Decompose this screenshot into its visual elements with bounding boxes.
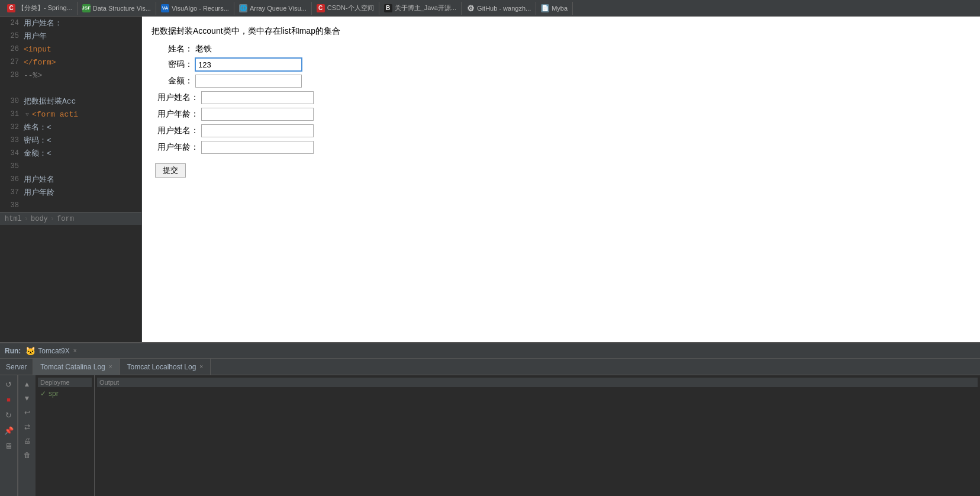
loop-back-icon[interactable]: ↩ [21, 406, 34, 419]
localhost-tab-label: Tomcat Localhost Log [127, 363, 196, 371]
tab-icon-csdn: C [317, 4, 325, 12]
line-number-25: 25 [2, 32, 19, 40]
browser-tab-ds[interactable]: JSF Data Structure Vis... [78, 2, 156, 15]
tab-icon-bozhu: B [384, 4, 392, 12]
browser-tab-visalgo[interactable]: VA VisuAlgo - Recurs... [156, 2, 234, 15]
line-number-24: 24 [2, 19, 19, 27]
multi-loop-icon[interactable]: ⇄ [21, 420, 34, 433]
line-number-26: 26 [2, 45, 19, 53]
username1-label: 用户姓名： [151, 92, 199, 103]
editor-line-25: 25 用户年 [0, 30, 141, 43]
catalina-tab-label: Tomcat Catalina Log [40, 363, 105, 371]
line-content-24: 用户姓名： [24, 18, 62, 28]
editor-line-38: 38 [0, 199, 141, 212]
browser-tab-bozhu[interactable]: B 关于博主_Java开源... [379, 2, 462, 15]
line-content-28: --%> [24, 71, 42, 80]
browser-tab-myba-label: Myba [552, 5, 568, 12]
bottom-panel: Run: 🐱 Tomcat9X × Server Tomcat Catalina… [0, 342, 980, 496]
output-area: Output [95, 375, 980, 496]
browser-tab-github[interactable]: ⚙ GitHub - wangzh... [462, 2, 536, 15]
breadcrumb-form: form [57, 215, 74, 223]
form-title: 把数据封装Account类中，类中存在list和map的集合 [151, 26, 971, 37]
amount-row: 金额： [151, 75, 971, 88]
line-number-38: 38 [2, 201, 19, 210]
userage1-input[interactable] [201, 108, 314, 121]
server-add-icon[interactable]: 🖥 [2, 439, 15, 452]
line-content-34: 金额：< [24, 148, 51, 159]
browser-panel: 把数据封装Account类中，类中存在list和map的集合 姓名： 老铁 密码… [142, 17, 980, 342]
surname-value: 老铁 [195, 44, 212, 54]
deploy-check-icon: ✓ [40, 389, 46, 398]
server-tab-label: Server [6, 363, 27, 371]
browser-tab-csdn[interactable]: C CSDN-个人空间 [312, 2, 379, 15]
username2-row: 用户姓名： [151, 124, 971, 137]
editor-panel: 24 用户姓名： 25 用户年 26 <input 27 </form> 28 … [0, 17, 142, 342]
browser-tab-csdn-label: CSDN-个人空间 [327, 4, 374, 12]
browser-tab-visalgo-label: VisuAlgo - Recurs... [172, 5, 229, 12]
surname-row: 姓名： 老铁 [151, 44, 971, 54]
tab-icon-ds: JSF [82, 4, 91, 12]
line-content-27: </form> [24, 58, 56, 67]
deploy-item: ✓ spr [38, 388, 92, 399]
tomcat-label: Tomcat9X [38, 347, 69, 355]
line-content-36: 用户姓名 [24, 174, 54, 185]
stop-icon[interactable]: ■ [2, 393, 15, 406]
editor-line-26: 26 <input [0, 43, 141, 56]
breadcrumb-html: html [5, 215, 22, 223]
line-number-31: 31 [2, 110, 19, 118]
localhost-tab-close-icon[interactable]: × [199, 363, 203, 370]
fold-arrow-31: ▽ [24, 111, 31, 118]
browser-tab-github-label: GitHub - wangzh... [477, 5, 531, 12]
catalina-tab-close-icon[interactable]: × [109, 363, 112, 370]
deployment-area: Deployme ✓ spr [36, 375, 95, 496]
submit-button[interactable]: 提交 [155, 163, 186, 178]
refresh-icon[interactable]: ↺ [2, 378, 15, 391]
amount-input[interactable] [195, 75, 302, 88]
trash-icon[interactable]: 🗑 [21, 449, 34, 462]
restart-icon[interactable]: ↻ [2, 408, 15, 421]
line-number-33: 33 [2, 136, 19, 144]
line-content-32: 姓名：< [24, 122, 51, 133]
arrow-down-icon[interactable]: ▼ [21, 392, 34, 405]
password-row: 密码： [151, 58, 971, 71]
surname-label: 姓名： [151, 44, 193, 54]
pin-icon[interactable]: 📌 [2, 424, 15, 437]
editor-line-34: 34 金额：< [0, 147, 141, 160]
arrow-up-icon[interactable]: ▲ [21, 378, 34, 391]
browser-tab-array[interactable]: 🌐 Array Queue Visu... [234, 2, 312, 15]
username1-row: 用户姓名： [151, 91, 971, 104]
catalina-log-tab[interactable]: Tomcat Catalina Log × [33, 359, 120, 375]
line-content-30: 把数据封装Acc [24, 96, 76, 107]
main-area: 24 用户姓名： 25 用户年 26 <input 27 </form> 28 … [0, 17, 980, 342]
editor-line-blank [0, 82, 141, 95]
username1-input[interactable] [201, 91, 314, 104]
browser-tab-array-label: Array Queue Visu... [250, 5, 307, 12]
editor-line-30: 30 把数据封装Acc [0, 95, 141, 108]
run-tab-close[interactable]: × [73, 347, 77, 354]
server-tab[interactable]: Server [0, 359, 33, 375]
tomcat-run-tab[interactable]: 🐱 Tomcat9X × [25, 346, 76, 356]
deployment-header: Deployme [38, 378, 92, 387]
tab-icon-array: 🌐 [239, 4, 247, 12]
line-number-28: 28 [2, 71, 19, 79]
line-number-32: 32 [2, 123, 19, 131]
amount-label: 金额： [151, 76, 193, 86]
line-content-31: <form acti [32, 110, 78, 119]
submit-row: 提交 [151, 159, 971, 178]
tab-icon-visalgo: VA [161, 4, 169, 12]
breadcrumb: html › body › form [0, 212, 141, 225]
editor-line-36: 36 用户姓名 [0, 173, 141, 186]
print-icon[interactable]: 🖨 [21, 434, 34, 447]
line-number-30: 30 [2, 97, 19, 105]
userage1-row: 用户年龄： [151, 108, 971, 121]
username2-input[interactable] [201, 124, 314, 137]
run-bar: Run: 🐱 Tomcat9X × [0, 343, 980, 359]
line-content-33: 密码：< [24, 135, 51, 146]
browser-tab-myba[interactable]: 📄 Myba [536, 2, 573, 15]
browser-tab-classify[interactable]: C 【分类】- Spring... [2, 2, 78, 15]
run-label: Run: [5, 347, 21, 355]
password-input[interactable] [195, 58, 302, 71]
localhost-log-tab[interactable]: Tomcat Localhost Log × [120, 359, 211, 375]
tomcat-icon: 🐱 [25, 346, 36, 356]
userage2-input[interactable] [201, 141, 314, 154]
